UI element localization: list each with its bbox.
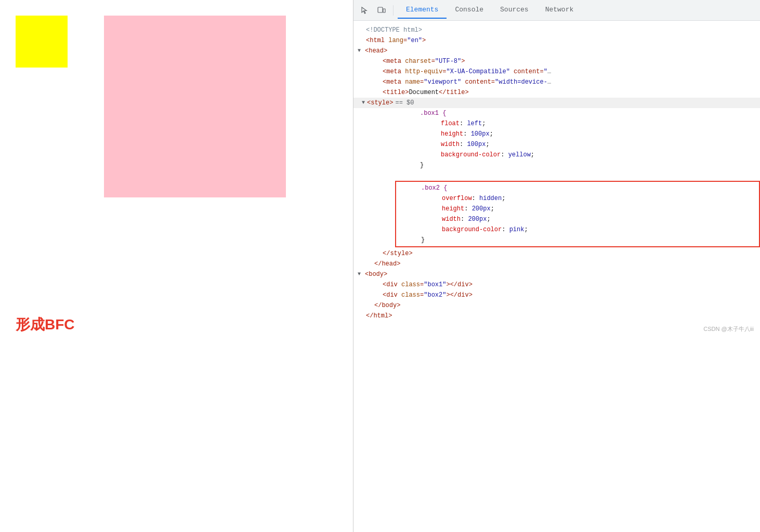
code-line: .box1 { [353,108,760,118]
code-line: <meta name="viewport" content="width=dev… [353,77,760,87]
devtools-panel: Elements Console Sources Network <!DOCTY… [353,0,760,532]
code-line: width: 100px; [353,139,760,150]
box1-element [16,16,68,68]
code-line: <title>Document</title> [353,87,760,98]
devtools-toolbar: Elements Console Sources Network [353,0,760,21]
code-line: </style> [353,248,760,259]
code-line: <div class="box2"></div> [353,290,760,300]
device-icon[interactable] [374,3,389,18]
code-line: <meta http-equiv="X-UA-Compatible" conte… [353,66,760,77]
code-line: ▼ <head> [353,46,760,56]
svg-rect-1 [383,9,385,12]
code-line: height: 200px; [396,204,759,214]
code-line: </html> [353,311,760,321]
bfc-label: 形成BFC [16,315,75,335]
code-line: </head> [353,259,760,269]
code-line: .box2 { [396,183,759,193]
code-line: <meta charset="UTF-8"> [353,56,760,66]
cursor-icon[interactable] [358,3,372,18]
style-tag-line: ▼ <style> == $0 [353,98,760,108]
devtools-tabs: Elements Console Sources Network [398,2,582,19]
code-line: width: 200px; [396,214,759,224]
webpage-preview: 形成BFC [0,0,353,532]
code-line: } [353,160,760,170]
devtools-content[interactable]: <!DOCTYPE html> <html lang="en"> ▼ <head… [353,21,760,532]
code-line: } [396,235,759,245]
svg-rect-0 [378,7,383,12]
toolbar-divider [393,5,394,16]
tab-network[interactable]: Network [537,2,582,19]
code-line: ▼ <body> [353,269,760,280]
code-line: <div class="box1"></div> [353,280,760,290]
tab-sources[interactable]: Sources [492,2,537,19]
code-line: background-color: pink; [396,224,759,235]
code-line [353,170,760,180]
code-line: </body> [353,300,760,311]
code-line: background-color: yellow; [353,150,760,160]
code-line: <!DOCTYPE html> [353,25,760,35]
csdn-watermark: CSDN @木子牛八iii [353,321,760,337]
code-line: height: 100px; [353,129,760,139]
tab-elements[interactable]: Elements [398,2,447,19]
box2-element [104,16,286,197]
code-line: overflow: hidden; [396,193,759,204]
box2-highlight-block: .box2 { overflow: hidden; height: 200px;… [395,181,760,247]
code-line: <html lang="en"> [353,35,760,46]
code-line: float: left; [353,118,760,129]
tab-console[interactable]: Console [447,2,492,19]
